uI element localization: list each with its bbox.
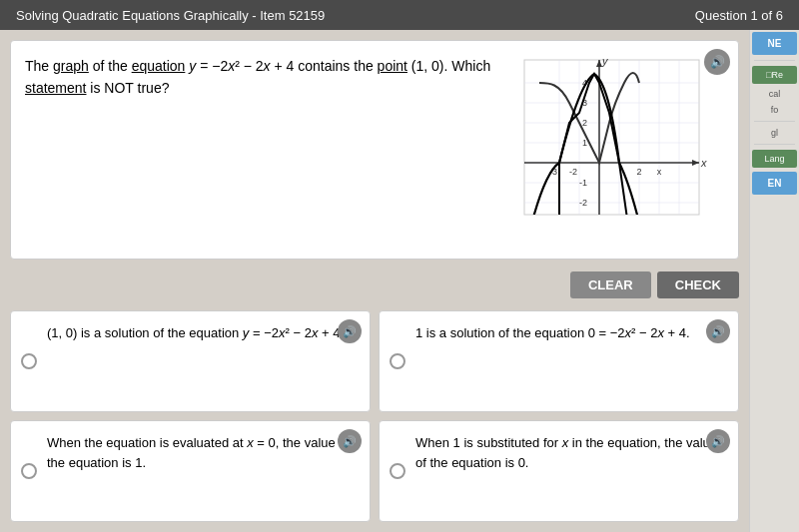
q-point: (1, 0). Which <box>407 58 490 74</box>
speaker-icon-d: 🔊 <box>711 435 725 448</box>
choice-card-c: When the equation is evaluated at x = 0,… <box>10 420 371 522</box>
reference-label: □Re <box>766 70 783 80</box>
choice-radio-c[interactable] <box>21 463 37 479</box>
bottom-bar: CLEAR CHECK <box>10 267 739 302</box>
choice-card-a: (1, 0) is a solution of the equation y =… <box>10 310 371 412</box>
header-title: Solving Quadratic Equations Graphically … <box>16 8 325 23</box>
language-section[interactable]: Lang <box>752 150 797 168</box>
choices-area: (1, 0) is a solution of the equation y =… <box>10 310 739 522</box>
point-link[interactable]: point <box>378 58 407 74</box>
choice-text-b: 1 is a solution of the equation 0 = −2x²… <box>415 323 690 343</box>
clear-button[interactable]: CLEAR <box>570 271 651 298</box>
svg-text:2: 2 <box>636 167 641 177</box>
q-eq: y = −2x² − 2x + 4 contains the <box>185 58 377 74</box>
choice-card-d: When 1 is substituted for x in the equat… <box>379 420 739 522</box>
graph-svg: x y -3 -2 2 x 4 3 2 1 -1 -2 <box>504 55 714 235</box>
choice-text-c: When the equation is evaluated at x = 0,… <box>47 433 358 472</box>
question-text: The graph of the equation y = −2x² − 2x … <box>25 55 492 245</box>
svg-text:x: x <box>657 167 662 177</box>
next-button[interactable]: NE <box>752 32 797 55</box>
speaker-icon: 🔊 <box>710 55 725 69</box>
choice-radio-b[interactable] <box>390 353 405 369</box>
choice-radio-d[interactable] <box>390 463 405 479</box>
choice-audio-b[interactable]: 🔊 <box>706 319 730 343</box>
english-button[interactable]: EN <box>752 172 797 195</box>
graph-link[interactable]: graph <box>53 58 89 74</box>
check-button[interactable]: CHECK <box>657 271 739 298</box>
svg-text:-2: -2 <box>579 198 587 208</box>
choice-audio-c[interactable]: 🔊 <box>338 429 362 453</box>
question-audio-button[interactable]: 🔊 <box>704 49 730 75</box>
q-suffix: is NOT true? <box>86 80 169 96</box>
formula-label[interactable]: fo <box>750 102 799 118</box>
sidebar-divider-2 <box>754 121 795 122</box>
choice-text-d: When 1 is substituted for x in the equat… <box>415 433 726 472</box>
question-info: Question 1 of 6 <box>695 8 783 23</box>
equation-link[interactable]: equation <box>132 58 186 74</box>
statement-link[interactable]: statement <box>25 80 86 96</box>
speaker-icon-c: 🔊 <box>343 435 357 448</box>
question-panel: The graph of the equation y = −2x² − 2x … <box>10 40 739 260</box>
content-area: The graph of the equation y = −2x² − 2x … <box>0 30 749 532</box>
choice-radio-a[interactable] <box>21 353 37 369</box>
svg-text:x: x <box>700 157 707 169</box>
choice-audio-d[interactable]: 🔊 <box>706 429 730 453</box>
svg-text:2: 2 <box>582 118 587 128</box>
q-prefix: The <box>25 58 53 74</box>
choice-text-a: (1, 0) is a solution of the equation y =… <box>47 323 344 343</box>
sidebar-divider-1 <box>754 60 795 61</box>
glossary-label[interactable]: gl <box>750 125 799 141</box>
sidebar: NE □Re cal fo gl Lang EN <box>749 30 799 532</box>
calculator-label[interactable]: cal <box>750 86 799 102</box>
choice-audio-a[interactable]: 🔊 <box>338 319 362 343</box>
speaker-icon-b: 🔊 <box>711 325 725 338</box>
graph-container: x y -3 -2 2 x 4 3 2 1 -1 -2 <box>504 55 724 245</box>
header: Solving Quadratic Equations Graphically … <box>0 0 799 30</box>
svg-text:-1: -1 <box>579 178 587 188</box>
speaker-icon-a: 🔊 <box>343 325 357 338</box>
sidebar-divider-3 <box>754 144 795 145</box>
language-label: Lang <box>764 154 784 164</box>
choice-card-b: 1 is a solution of the equation 0 = −2x²… <box>379 310 739 412</box>
q-of-the: of the <box>89 58 132 74</box>
svg-text:-2: -2 <box>569 167 577 177</box>
reference-section[interactable]: □Re <box>752 66 797 84</box>
main-layout: The graph of the equation y = −2x² − 2x … <box>0 30 799 532</box>
